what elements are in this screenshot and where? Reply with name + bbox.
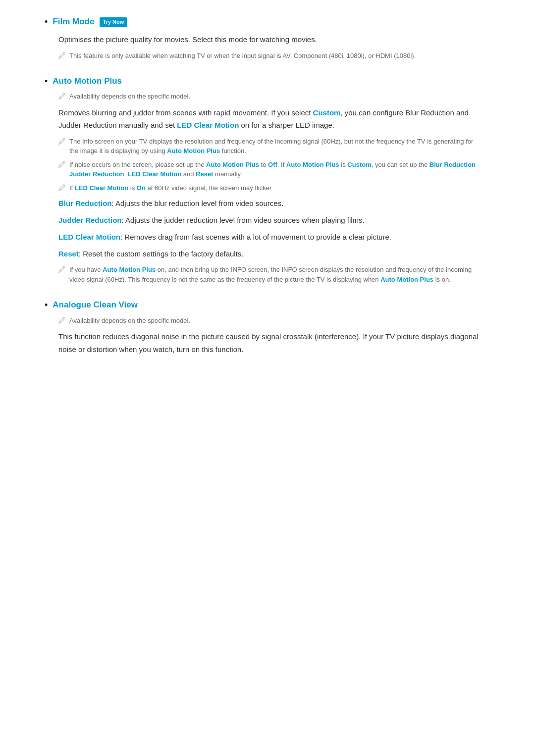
term-colon-1: : <box>122 216 126 224</box>
bullet-dot-auto-motion: • <box>45 75 48 88</box>
amp-highlight-note1a: Auto Motion Plus <box>206 161 259 168</box>
auto-motion-note-0: The Info screen on your TV displays the … <box>58 137 481 156</box>
auto-motion-note-text-2: If LED Clear Motion is On at 60Hz video … <box>69 183 271 193</box>
term-label-blur-reduction: Blur Reduction <box>58 199 112 207</box>
custom-highlight-note1: Custom <box>347 161 371 168</box>
bullet-dot-film-mode: • <box>45 16 48 28</box>
reset-note1: Reset <box>196 170 213 178</box>
term-reset: Reset: Reset the custom settings to the … <box>58 248 481 260</box>
film-mode-note-text-0: This feature is only available when watc… <box>69 51 416 61</box>
analogue-clean-view-title: Analogue Clean View <box>53 298 138 311</box>
term-label-led-clear-motion: LED Clear Motion <box>58 233 120 241</box>
note-icon-pencil-amp-sub0 <box>58 266 65 273</box>
auto-motion-sub-note-text-0: If you have Auto Motion Plus on, and the… <box>69 265 481 284</box>
auto-motion-note-1: If noise occurs on the screen, please se… <box>58 160 481 179</box>
amp-highlight-subnote0: Auto Motion Plus <box>103 266 156 273</box>
auto-motion-sub-note-0: If you have Auto Motion Plus on, and the… <box>58 265 481 284</box>
analogue-clean-view-body: This function reduces diagonal noise in … <box>58 330 481 355</box>
bullet-dot-analogue: • <box>45 299 48 311</box>
note-icon-pencil-amp-avail <box>58 93 65 100</box>
auto-motion-availability-note: Availability depends on the specific mod… <box>58 92 481 101</box>
note-icon-pencil-amp-1 <box>58 161 65 168</box>
term-label-judder-reduction: Judder Reduction <box>58 216 122 224</box>
film-mode-note-0: This feature is only available when watc… <box>58 51 481 61</box>
main-content: • Film Mode Try Now Optimises the pictur… <box>25 0 510 399</box>
amp-highlight-subnote0b: Auto Motion Plus <box>380 276 433 283</box>
auto-motion-availability-text: Availability depends on the specific mod… <box>69 92 190 101</box>
note-icon-pencil-amp-0 <box>58 138 65 145</box>
led-clear-motion-highlight-1: LED Clear Motion <box>177 121 239 129</box>
film-mode-title: Film Mode Try Now <box>53 15 127 28</box>
term-label-reset: Reset <box>58 250 79 258</box>
auto-motion-body: Removes blurring and judder from scenes … <box>58 106 481 132</box>
auto-motion-note-2: If LED Clear Motion is On at 60Hz video … <box>58 183 481 193</box>
judder-reduction-note1: Judder Reduction <box>69 170 124 178</box>
off-highlight: Off <box>268 161 277 168</box>
on-highlight: On <box>137 184 146 192</box>
amp-highlight-note0: Auto Motion Plus <box>167 147 220 154</box>
blur-reduction-note1: Blur Reduction <box>429 161 476 168</box>
led-clear-motion-note1: LED Clear Motion <box>128 170 181 178</box>
term-text-judder-reduction: Adjusts the judder reduction level from … <box>125 216 365 224</box>
auto-motion-note-text-0: The Info screen on your TV displays the … <box>69 137 481 156</box>
note-icon-pencil-acv-avail <box>58 317 65 324</box>
term-blur-reduction: Blur Reduction: Adjusts the blur reducti… <box>58 198 481 209</box>
auto-motion-plus-title: Auto Motion Plus <box>53 74 122 88</box>
auto-motion-plus-header: • Auto Motion Plus <box>45 74 481 88</box>
term-led-clear-motion: LED Clear Motion: Removes drag from fast… <box>58 231 481 243</box>
try-now-badge[interactable]: Try Now <box>100 17 128 27</box>
term-colon-3: : <box>79 250 83 258</box>
film-mode-section: • Film Mode Try Now Optimises the pictur… <box>45 15 481 60</box>
led-clear-motion-note2: LED Clear Motion <box>75 184 128 192</box>
analogue-clean-view-header: • Analogue Clean View <box>45 298 481 311</box>
auto-motion-note-text-1: If noise occurs on the screen, please se… <box>69 160 481 179</box>
auto-motion-plus-content: Availability depends on the specific mod… <box>58 92 481 284</box>
term-judder-reduction: Judder Reduction: Adjusts the judder red… <box>58 214 481 226</box>
custom-highlight: Custom <box>313 108 341 117</box>
term-text-blur-reduction: Adjusts the blur reduction level from vi… <box>115 199 283 207</box>
analogue-clean-view-section: • Analogue Clean View Availability depen… <box>45 298 481 355</box>
note-icon-pencil-amp-2 <box>58 184 65 191</box>
note-icon-pencil <box>58 52 65 59</box>
term-text-reset: Reset the custom settings to the factory… <box>83 250 243 258</box>
term-text-led-clear-motion: Removes drag from fast scenes with a lot… <box>124 233 391 241</box>
analogue-clean-view-content: Availability depends on the specific mod… <box>58 316 481 356</box>
amp-highlight-note1b: Auto Motion Plus <box>286 161 339 168</box>
film-mode-header: • Film Mode Try Now <box>45 15 481 28</box>
film-mode-body: Optimises the picture quality for movies… <box>58 33 481 46</box>
term-colon-0: : <box>112 199 116 207</box>
film-mode-content: Optimises the picture quality for movies… <box>58 33 481 60</box>
analogue-availability-text: Availability depends on the specific mod… <box>69 316 190 326</box>
analogue-availability-note: Availability depends on the specific mod… <box>58 316 481 326</box>
auto-motion-plus-section: • Auto Motion Plus Availability depends … <box>45 74 481 284</box>
